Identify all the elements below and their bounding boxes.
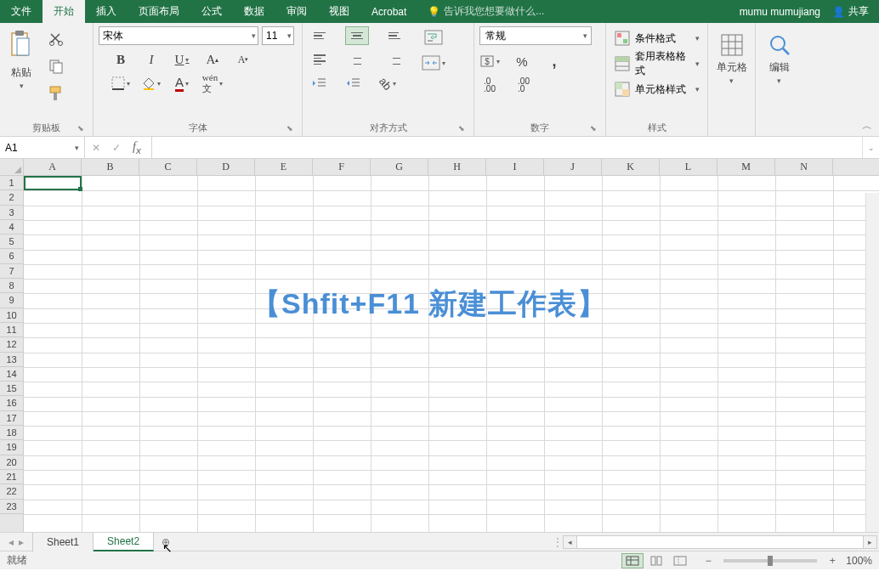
merge-center-button[interactable]: ▾ [417,54,451,72]
paste-dropdown-icon[interactable]: ▾ [20,82,24,90]
normal-view-button[interactable] [621,553,644,568]
column-header[interactable]: M [717,159,775,175]
row-header[interactable]: 2 [0,190,23,205]
increase-indent-button[interactable] [343,74,364,93]
number-launcher[interactable] [588,122,598,133]
expand-formula-bar-button[interactable]: ⌄ [862,137,879,158]
tab-insert[interactable]: 插入 [85,0,128,23]
formula-input[interactable] [152,137,862,158]
row-header[interactable]: 6 [0,249,23,263]
align-left-button[interactable] [308,50,332,69]
vertical-scrollbar[interactable] [865,193,879,532]
row-header[interactable]: 5 [0,235,23,249]
name-box[interactable]: A1 ▾ [0,137,85,158]
align-middle-button[interactable] [345,26,369,45]
sheet-tab-1[interactable]: Sheet1 [32,533,94,551]
column-header[interactable]: E [255,159,313,175]
column-header[interactable]: G [371,159,428,175]
comma-button[interactable]: , [544,52,564,71]
column-header[interactable]: H [428,159,486,175]
font-launcher[interactable] [285,122,295,133]
row-header[interactable]: 19 [0,440,23,455]
row-header[interactable]: 3 [0,206,23,220]
user-name[interactable]: mumu mumujiang [740,6,820,18]
tab-scroll-right-icon[interactable]: ▸ [19,536,24,548]
underline-button[interactable]: U▾ [172,50,192,69]
select-all-corner[interactable] [0,159,24,175]
border-button[interactable]: ▾ [111,74,131,93]
row-header[interactable]: 15 [0,382,23,396]
paste-button[interactable] [7,28,36,64]
format-painter-button[interactable] [46,84,66,103]
row-header[interactable]: 18 [0,426,23,440]
cancel-formula-icon[interactable]: ✕ [92,142,100,154]
percent-button[interactable]: % [512,52,532,71]
column-header[interactable]: N [775,159,833,175]
tab-acrobat[interactable]: Acrobat [360,0,417,23]
sheet-tab-2[interactable]: Sheet2 [94,533,154,551]
decrease-decimal-button[interactable]: .00.0 [513,76,534,94]
font-color-button[interactable]: A▾ [172,74,192,93]
increase-decimal-button[interactable]: .0.00 [479,76,500,94]
column-header[interactable]: K [602,159,660,175]
italic-button[interactable]: I [141,50,162,69]
bold-button[interactable]: B [111,50,131,69]
tab-home[interactable]: 开始 [43,0,85,23]
hscroll-left-icon[interactable]: ◂ [564,536,577,548]
row-header[interactable]: 14 [0,367,23,382]
cells-dropdown-icon[interactable]: ▾ [729,76,734,85]
font-name-combo[interactable]: 宋体▾ [99,26,258,45]
tell-me-search[interactable]: 💡 告诉我您想要做什么... [428,0,544,23]
wrap-text-button[interactable] [417,28,451,47]
decrease-font-button[interactable]: A▾ [233,50,253,69]
column-header[interactable]: B [82,159,139,175]
align-right-button[interactable] [383,50,406,69]
column-header[interactable]: L [660,159,717,175]
find-select-button[interactable] [766,31,793,59]
orientation-button[interactable]: ab▾ [377,74,398,93]
conditional-formatting-button[interactable]: 条件格式▾ [611,28,703,48]
horizontal-scrollbar[interactable]: ◂ ▸ [563,535,877,549]
enter-formula-icon[interactable]: ✓ [112,142,121,154]
column-header[interactable]: D [197,159,255,175]
tab-view[interactable]: 视图 [318,0,360,23]
zoom-in-button[interactable]: + [825,555,839,567]
row-header[interactable]: 12 [0,337,23,352]
zoom-slider[interactable] [723,559,817,563]
column-header[interactable]: J [544,159,602,175]
row-header[interactable]: 11 [0,323,23,337]
cells-format-button[interactable] [718,31,746,59]
fill-color-button[interactable]: ▾ [141,74,162,93]
phonetic-button[interactable]: wén文▾ [202,74,223,93]
hscroll-right-icon[interactable]: ▸ [863,536,876,548]
row-header[interactable]: 9 [0,293,23,308]
tab-page-layout[interactable]: 页面布局 [128,0,190,23]
row-header[interactable]: 17 [0,411,23,426]
align-top-button[interactable] [308,26,332,45]
accounting-format-button[interactable]: $▾ [479,52,500,71]
decrease-indent-button[interactable] [309,74,330,93]
collapse-ribbon-button[interactable]: ︿ [860,119,874,133]
column-header[interactable]: A [24,159,82,175]
editing-dropdown-icon[interactable]: ▾ [777,76,781,85]
row-header[interactable]: 8 [0,279,23,293]
page-layout-view-button[interactable] [645,553,667,568]
tab-data[interactable]: 数据 [233,0,275,23]
cell-grid[interactable]: 【Shfit+F11 新建工作表】 [24,176,879,532]
alignment-launcher[interactable] [457,122,467,133]
font-size-combo[interactable]: 11▾ [262,26,294,45]
number-format-combo[interactable]: 常规▾ [479,26,592,45]
cell-styles-button[interactable]: 单元格样式▾ [611,79,703,99]
page-break-view-button[interactable] [669,553,691,568]
row-header[interactable]: 16 [0,396,23,410]
new-sheet-button[interactable]: ⊕ ↖ [154,536,178,548]
row-header[interactable]: 4 [0,220,23,235]
row-header[interactable]: 1 [0,176,23,190]
clipboard-launcher[interactable] [76,122,86,133]
zoom-out-button[interactable]: − [701,555,715,567]
row-header[interactable]: 10 [0,308,23,323]
column-header[interactable]: C [139,159,197,175]
align-center-button[interactable] [345,50,369,69]
row-header[interactable]: 13 [0,353,23,367]
row-header[interactable]: 21 [0,470,23,484]
